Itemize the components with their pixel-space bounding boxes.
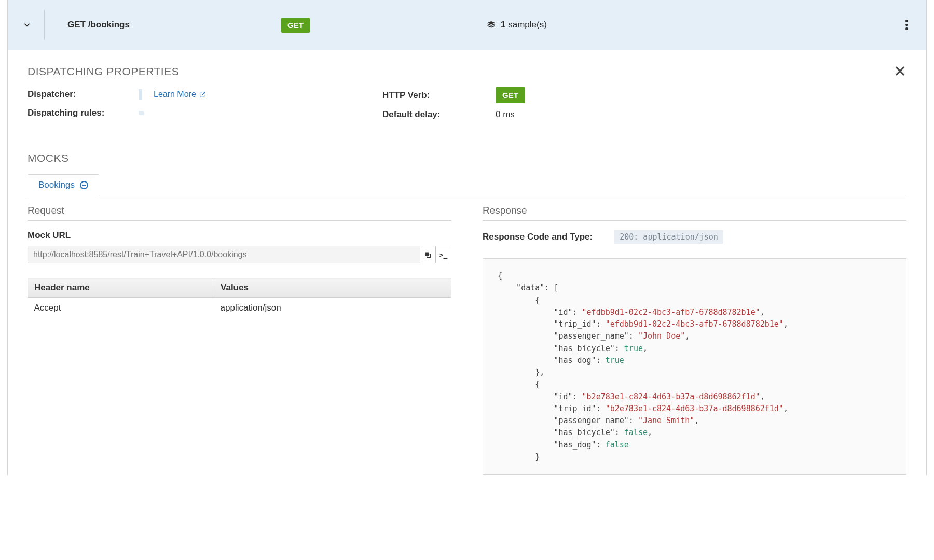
external-link-icon <box>199 91 206 98</box>
header-value-col: Values <box>214 278 451 298</box>
terminal-icon: >_ <box>439 251 448 259</box>
request-header: Request <box>28 205 451 221</box>
dispatcher-value <box>139 89 142 100</box>
tab-bookings[interactable]: Bookings <box>28 174 99 195</box>
sample-count-number: 1 <box>501 20 505 30</box>
dispatcher-label: Dispatcher: <box>28 89 139 100</box>
svg-line-0 <box>202 92 205 95</box>
vertical-divider <box>44 10 45 40</box>
mock-url-input[interactable] <box>28 246 420 263</box>
run-url-button[interactable]: >_ <box>436 246 451 263</box>
kebab-menu-icon[interactable] <box>901 20 912 30</box>
tab-label: Bookings <box>38 180 75 190</box>
request-headers-table: Header name Values Acceptapplication/jso… <box>28 278 451 318</box>
http-verb-value: GET <box>496 87 525 103</box>
sample-suffix: sample(s) <box>508 20 547 30</box>
tab-remove-icon[interactable] <box>80 181 88 189</box>
collapse-chevron-icon[interactable] <box>22 20 32 30</box>
response-code-label: Response Code and Type: <box>483 232 593 242</box>
learn-more-link[interactable]: Learn More <box>154 90 206 99</box>
response-code-value: 200: application/json <box>614 230 723 244</box>
endpoint-title: GET /bookings <box>67 20 130 30</box>
default-delay-label: Default delay: <box>382 109 496 120</box>
header-value-cell: application/json <box>214 298 451 319</box>
svg-rect-2 <box>425 252 429 256</box>
mock-url-label: Mock URL <box>28 230 451 241</box>
header-name-cell: Accept <box>28 298 214 319</box>
header-name-col: Header name <box>28 278 214 298</box>
close-icon[interactable]: ✕ <box>894 62 907 80</box>
rules-label: Dispatching rules: <box>28 108 139 118</box>
method-badge: GET <box>281 18 310 33</box>
table-row: Acceptapplication/json <box>28 298 451 319</box>
default-delay-value: 0 ms <box>496 109 515 120</box>
response-body-code: { "data": [ { "id": "efdbb9d1-02c2-4bc3-… <box>483 258 906 475</box>
http-verb-label: HTTP Verb: <box>382 90 496 101</box>
stack-icon <box>487 21 497 29</box>
mocks-section-title: MOCKS <box>28 152 906 164</box>
sample-count: 1 sample(s) <box>487 20 547 30</box>
copy-icon <box>424 251 432 259</box>
response-header: Response <box>483 205 906 221</box>
dispatch-section-title: DISPATCHING PROPERTIES ✕ <box>28 65 906 78</box>
rules-value <box>139 111 144 115</box>
copy-url-button[interactable] <box>420 246 436 263</box>
